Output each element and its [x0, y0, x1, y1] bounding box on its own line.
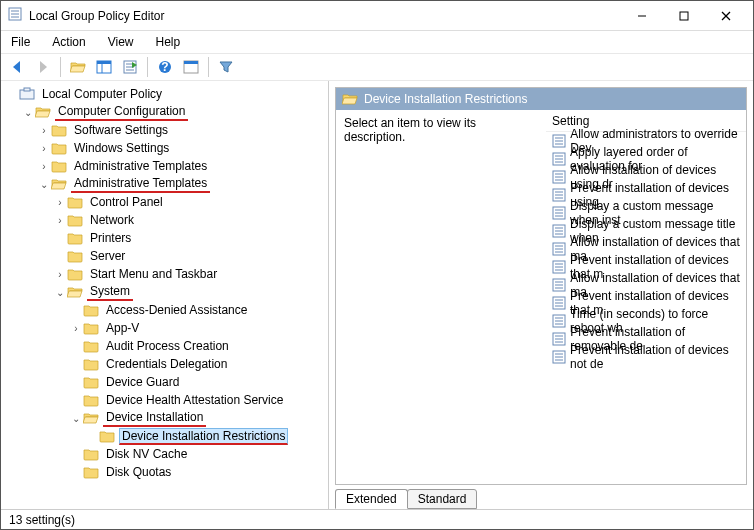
close-button[interactable]: [705, 2, 747, 30]
tree-item-network[interactable]: ›Network: [53, 211, 328, 229]
app-icon: [7, 7, 23, 24]
tree-item-disk-quotas[interactable]: Disk Quotas: [69, 463, 328, 481]
expand-icon[interactable]: ›: [37, 143, 51, 154]
policy-icon: [552, 170, 566, 184]
help-button[interactable]: ?: [153, 55, 177, 79]
tree-item-label: Start Menu and Taskbar: [87, 266, 220, 282]
folder-icon: [83, 339, 99, 353]
properties-button[interactable]: [179, 55, 203, 79]
folder-icon: [51, 159, 67, 173]
back-button[interactable]: [5, 55, 29, 79]
folder-icon: [67, 213, 83, 227]
menu-action[interactable]: Action: [48, 33, 89, 51]
show-hide-tree-button[interactable]: [92, 55, 116, 79]
tree-item-audit-process[interactable]: Audit Process Creation: [69, 337, 328, 355]
folder-icon: [51, 123, 67, 137]
expand-icon[interactable]: ›: [37, 125, 51, 136]
toolbar-separator: [208, 57, 209, 77]
svg-rect-7: [680, 12, 688, 20]
expand-icon[interactable]: ›: [53, 269, 67, 280]
window-title: Local Group Policy Editor: [29, 9, 621, 23]
tree-view[interactable]: Local Computer Policy ⌄ Computer Configu…: [1, 81, 329, 509]
tree-item-computer-configuration[interactable]: ⌄ Computer Configuration: [21, 103, 328, 121]
content-header: Device Installation Restrictions: [336, 88, 746, 110]
tree-item-windows-settings[interactable]: ›Windows Settings: [37, 139, 328, 157]
tree-item-server[interactable]: Server: [53, 247, 328, 265]
tree-item-software-settings[interactable]: ›Software Settings: [37, 121, 328, 139]
setting-row[interactable]: Prevent installation of devices not de: [546, 348, 746, 366]
folder-icon: [83, 303, 99, 317]
root-icon: [19, 87, 35, 101]
tree-item-app-v[interactable]: ›App-V: [69, 319, 328, 337]
folder-icon: [83, 357, 99, 371]
tab-extended[interactable]: Extended: [335, 489, 408, 509]
tree-item-label: Software Settings: [71, 122, 171, 138]
export-button[interactable]: [118, 55, 142, 79]
tree-item-access-denied[interactable]: Access-Denied Assistance: [69, 301, 328, 319]
toolbar-separator: [60, 57, 61, 77]
tree-item-label: Administrative Templates: [71, 175, 210, 193]
menu-view[interactable]: View: [104, 33, 138, 51]
tree-item-admin-templates-1[interactable]: ›Administrative Templates: [37, 157, 328, 175]
tree-item-credentials[interactable]: Credentials Delegation: [69, 355, 328, 373]
up-button[interactable]: [66, 55, 90, 79]
tree-item-root[interactable]: Local Computer Policy: [5, 85, 328, 103]
policy-icon: [552, 134, 566, 148]
tree-item-start-menu[interactable]: ›Start Menu and Taskbar: [53, 265, 328, 283]
folder-icon: [83, 393, 99, 407]
folder-icon: [51, 177, 67, 191]
tree-item-label: Device Installation: [103, 409, 206, 427]
tree-item-label: Credentials Delegation: [103, 356, 230, 372]
tree-item-device-health[interactable]: Device Health Attestation Service: [69, 391, 328, 409]
folder-icon: [67, 249, 83, 263]
tree-item-label: Access-Denied Assistance: [103, 302, 250, 318]
content-area: Device Installation Restrictions Select …: [329, 81, 753, 509]
folder-icon: [67, 267, 83, 281]
expand-icon[interactable]: ›: [37, 161, 51, 172]
policy-icon: [552, 260, 566, 274]
tree-item-label: Computer Configuration: [55, 103, 188, 121]
policy-icon: [552, 224, 566, 238]
description-pane: Select an item to view its description.: [336, 110, 546, 484]
menu-file[interactable]: File: [7, 33, 34, 51]
menu-help[interactable]: Help: [152, 33, 185, 51]
tree-item-admin-templates-2[interactable]: ⌄Administrative Templates: [37, 175, 328, 193]
tree-item-label: Audit Process Creation: [103, 338, 232, 354]
policy-icon: [552, 188, 566, 202]
expand-icon[interactable]: ›: [69, 323, 83, 334]
tree-item-label: Windows Settings: [71, 140, 172, 156]
collapse-icon[interactable]: ⌄: [21, 107, 35, 118]
tree-item-system[interactable]: ⌄System: [53, 283, 328, 301]
tree-item-control-panel[interactable]: ›Control Panel: [53, 193, 328, 211]
filter-button[interactable]: [214, 55, 238, 79]
tree-item-label: Network: [87, 212, 137, 228]
tree-item-label: Server: [87, 248, 128, 264]
folder-icon: [99, 429, 115, 443]
minimize-button[interactable]: [621, 2, 663, 30]
tab-standard[interactable]: Standard: [407, 489, 478, 509]
svg-text:?: ?: [161, 60, 168, 74]
collapse-icon[interactable]: ⌄: [53, 287, 67, 298]
settings-list[interactable]: Setting Allow administrators to override…: [546, 110, 746, 484]
folder-icon: [83, 411, 99, 425]
tree-item-device-installation-restrictions[interactable]: Device Installation Restrictions: [85, 427, 328, 445]
folder-icon: [35, 105, 51, 119]
tree-item-label: Disk Quotas: [103, 464, 174, 480]
policy-icon: [552, 350, 566, 364]
forward-button[interactable]: [31, 55, 55, 79]
status-bar: 13 setting(s): [1, 509, 753, 529]
collapse-icon[interactable]: ⌄: [69, 413, 83, 424]
tree-item-disk-nv-cache[interactable]: Disk NV Cache: [69, 445, 328, 463]
tree-item-printers[interactable]: Printers: [53, 229, 328, 247]
svg-rect-11: [97, 61, 111, 64]
tree-item-label: System: [87, 283, 133, 301]
toolbar: ?: [1, 53, 753, 81]
collapse-icon[interactable]: ⌄: [37, 179, 51, 190]
expand-icon[interactable]: ›: [53, 215, 67, 226]
expand-icon[interactable]: ›: [53, 197, 67, 208]
tree-item-label: Device Guard: [103, 374, 182, 390]
maximize-button[interactable]: [663, 2, 705, 30]
tree-item-device-installation[interactable]: ⌄Device Installation: [69, 409, 328, 427]
tree-item-device-guard[interactable]: Device Guard: [69, 373, 328, 391]
folder-icon: [83, 321, 99, 335]
